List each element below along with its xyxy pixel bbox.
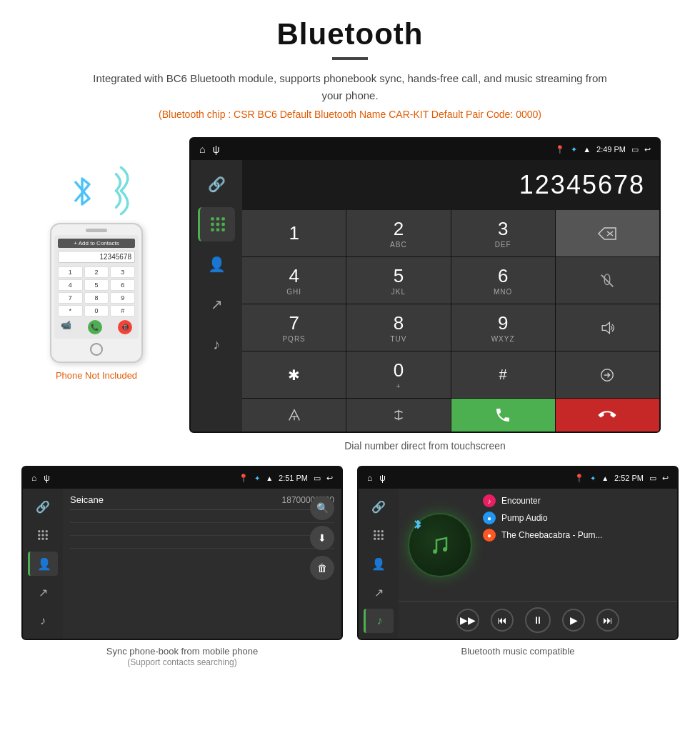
- page-specs: (Bluetooth chip : CSR BC6 Default Blueto…: [43, 109, 657, 120]
- key-2[interactable]: 2ABC: [346, 210, 450, 256]
- contacts-status-bar: ⌂ ψ 📍 ✦ ▲ 2:51 PM ▭ ↩: [23, 467, 341, 489]
- phone-mockup: + Add to Contacts 12345678 1 2 3 4 5 6 7…: [50, 223, 143, 363]
- svg-rect-4: [216, 223, 219, 226]
- car-screen-area: ⌂ ψ 📍 ✦ ▲ 2:49 PM ▭ ↩ 🔗: [171, 137, 679, 452]
- music-track-3[interactable]: ● The Cheebacabra - Pum...: [483, 529, 671, 542]
- sidebar-item-link[interactable]: 🔗: [198, 167, 235, 201]
- back-icon: ↩: [644, 145, 651, 154]
- key-1[interactable]: 1: [242, 210, 346, 256]
- key-switch[interactable]: [556, 351, 659, 398]
- phone-key-2[interactable]: 2: [84, 266, 109, 278]
- status-left: ⌂ ψ: [199, 144, 219, 155]
- contacts-sidebar-music[interactable]: ♪: [28, 609, 58, 633]
- key-9[interactable]: 9WXYZ: [451, 304, 555, 351]
- contact-search-button[interactable]: 🔍: [310, 496, 334, 520]
- contacts-sidebar-contacts[interactable]: 👤: [28, 552, 58, 576]
- phone-key-1[interactable]: 1: [58, 266, 83, 278]
- key-merge[interactable]: [242, 399, 346, 432]
- main-car-screen: ⌂ ψ 📍 ✦ ▲ 2:49 PM ▭ ↩ 🔗: [189, 137, 661, 433]
- music-next-button[interactable]: ⏭: [596, 609, 619, 632]
- key-hash[interactable]: #: [451, 351, 555, 398]
- svg-rect-2: [221, 217, 224, 220]
- key-star[interactable]: ✱: [242, 351, 346, 398]
- phone-key-7[interactable]: 7: [58, 292, 83, 304]
- phone-key-8[interactable]: 8: [84, 292, 109, 304]
- svg-rect-18: [46, 530, 48, 532]
- contacts-main: Seicane 18700000690 🔍 ⬇ 🗑: [63, 489, 341, 639]
- sidebar-item-music[interactable]: ♪: [198, 327, 235, 361]
- contact-actions: 🔍 ⬇ 🗑: [310, 496, 334, 580]
- phone-key-5[interactable]: 5: [84, 279, 109, 291]
- svg-rect-29: [378, 534, 380, 537]
- svg-rect-33: [381, 538, 384, 540]
- key-6[interactable]: 6MNO: [451, 257, 555, 304]
- phone-number-display: 12345678: [58, 251, 135, 263]
- music-track-2[interactable]: ● Pump Audio: [483, 512, 671, 524]
- contacts-sidebar-transfer[interactable]: ↗: [28, 580, 58, 604]
- car-body: 🔗 👤: [191, 160, 659, 432]
- key-4[interactable]: 4GHI: [242, 257, 346, 304]
- title-divider: [332, 57, 368, 60]
- music-main: ♪ Encounter ● Pump Audio ● The Cheebacab…: [399, 489, 677, 639]
- key-mute[interactable]: [556, 257, 659, 304]
- battery-icon: ▭: [631, 145, 639, 154]
- phone-call-button[interactable]: 📞: [88, 320, 102, 334]
- svg-rect-23: [42, 538, 44, 540]
- contacts-bt-icon: ✦: [254, 474, 260, 482]
- music-sidebar-contacts[interactable]: 👤: [364, 552, 394, 576]
- music-play-pause-current[interactable]: ▶▶: [456, 609, 479, 632]
- contact-download-button[interactable]: ⬇: [310, 526, 334, 550]
- sidebar-item-transfer[interactable]: ↗: [198, 287, 235, 321]
- key-5[interactable]: 5JKL: [346, 257, 450, 304]
- phone-key-6[interactable]: 6: [110, 279, 135, 291]
- svg-rect-3: [211, 223, 214, 226]
- contacts-sidebar: 🔗 👤: [23, 489, 63, 639]
- phone-key-3[interactable]: 3: [110, 266, 135, 278]
- music-sidebar-transfer[interactable]: ↗: [364, 580, 394, 604]
- contacts-usb-icon: ψ: [44, 473, 50, 483]
- sidebar-item-dialpad[interactable]: [198, 207, 235, 241]
- music-track-1[interactable]: ♪ Encounter: [483, 494, 671, 507]
- key-volume[interactable]: [556, 304, 659, 351]
- sidebar-item-contacts[interactable]: 👤: [198, 247, 235, 281]
- phone-key-star[interactable]: *: [58, 305, 83, 316]
- contacts-car-screen: ⌂ ψ 📍 ✦ ▲ 2:51 PM ▭ ↩ 🔗: [21, 466, 343, 640]
- svg-point-35: [443, 547, 447, 552]
- music-back: ↩: [662, 474, 669, 483]
- key-3[interactable]: 3DEF: [451, 210, 555, 256]
- phone-key-4[interactable]: 4: [58, 279, 83, 291]
- contacts-status-left: ⌂ ψ: [31, 473, 50, 483]
- phone-home-button[interactable]: [55, 343, 138, 356]
- main-screen-caption: Dial number direct from touchscreen: [344, 440, 506, 452]
- key-0[interactable]: 0+: [346, 351, 450, 398]
- key-end-call[interactable]: [556, 399, 659, 432]
- svg-rect-1: [216, 217, 219, 220]
- svg-rect-17: [42, 530, 44, 532]
- music-prev-button[interactable]: ⏮: [491, 609, 514, 632]
- contacts-sidebar-dialpad[interactable]: [28, 523, 58, 547]
- location-icon: 📍: [555, 145, 565, 154]
- phone-side: + Add to Contacts 12345678 1 2 3 4 5 6 7…: [21, 137, 171, 381]
- contacts-location-icon: 📍: [239, 474, 249, 483]
- contact-delete-button[interactable]: 🗑: [310, 556, 334, 580]
- key-backspace[interactable]: [556, 210, 659, 256]
- music-time: 2:52 PM: [614, 474, 644, 482]
- music-wifi-icon: ▲: [601, 474, 609, 482]
- phone-key-9[interactable]: 9: [110, 292, 135, 304]
- bluetooth-symbol: [69, 173, 95, 210]
- music-sidebar-music[interactable]: ♪: [364, 609, 394, 633]
- key-call[interactable]: [451, 399, 555, 432]
- music-sidebar-link[interactable]: 🔗: [364, 494, 394, 519]
- phone-key-hash[interactable]: #: [110, 305, 135, 316]
- phone-key-0[interactable]: 0: [84, 305, 109, 316]
- key-swap[interactable]: [346, 399, 450, 432]
- music-sidebar-dialpad[interactable]: [364, 523, 394, 547]
- phone-end-button[interactable]: 📵: [118, 320, 132, 334]
- key-7[interactable]: 7PQRS: [242, 304, 346, 351]
- music-pause-button[interactable]: ⏸: [525, 607, 551, 633]
- bluetooth-waves: [92, 166, 135, 216]
- music-play-button[interactable]: ▶: [562, 609, 585, 632]
- contacts-sidebar-link[interactable]: 🔗: [28, 494, 58, 519]
- key-8[interactable]: 8TUV: [346, 304, 450, 351]
- music-usb-icon: ψ: [379, 473, 386, 483]
